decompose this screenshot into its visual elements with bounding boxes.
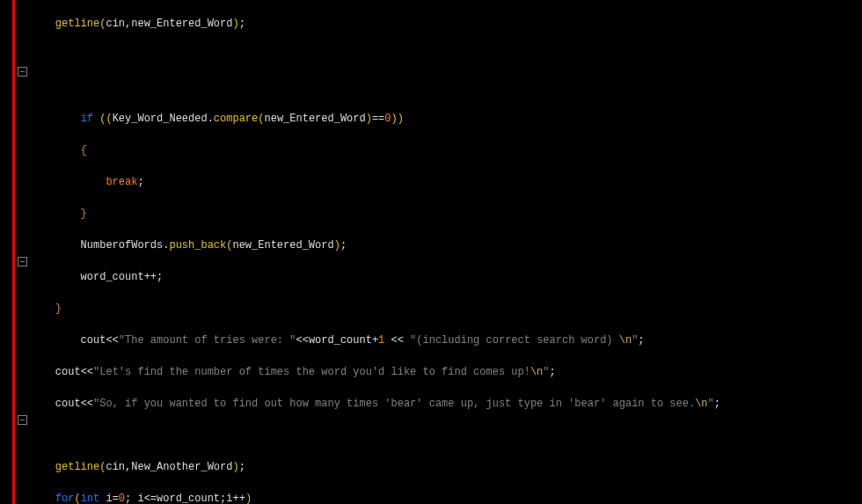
- code-line[interactable]: [30, 47, 862, 63]
- code-line[interactable]: }: [30, 206, 862, 222]
- code-editor[interactable]: getline(cin,new_Entered_Word); if ((Key_…: [0, 0, 862, 504]
- code-line[interactable]: cout<<"The amount of tries were: "<<word…: [30, 332, 862, 348]
- fold-handle[interactable]: [18, 257, 27, 267]
- code-line[interactable]: for(int i=0; i<=word_count;i++): [30, 491, 862, 504]
- code-line[interactable]: break;: [30, 174, 862, 190]
- keyword-if: if: [81, 113, 93, 125]
- code-line[interactable]: word_count++;: [30, 269, 862, 285]
- code-line[interactable]: [30, 427, 862, 443]
- fold-handle[interactable]: [18, 415, 27, 425]
- code-line[interactable]: getline(cin,new_Entered_Word);: [30, 16, 862, 32]
- code-area[interactable]: getline(cin,new_Entered_Word); if ((Key_…: [26, 0, 862, 504]
- code-line[interactable]: getline(cin,New_Another_Word);: [30, 459, 862, 475]
- code-line[interactable]: {: [30, 142, 862, 158]
- code-line[interactable]: cout<<"Let's find the number of times th…: [30, 364, 862, 380]
- change-marker: [12, 0, 15, 504]
- code-line[interactable]: NumberofWords.push_back(new_Entered_Word…: [30, 237, 862, 253]
- fn-call: getline: [55, 18, 99, 30]
- fold-handle[interactable]: [18, 67, 27, 77]
- code-line[interactable]: [30, 79, 862, 95]
- code-line[interactable]: }: [30, 301, 862, 317]
- keyword-break: break: [106, 176, 137, 188]
- code-line[interactable]: if ((Key_Word_Needed.compare(new_Entered…: [30, 111, 862, 127]
- code-line[interactable]: cout<<"So, if you wanted to find out how…: [30, 396, 862, 412]
- fold-gutter: [0, 0, 26, 504]
- keyword-for: for: [55, 493, 75, 504]
